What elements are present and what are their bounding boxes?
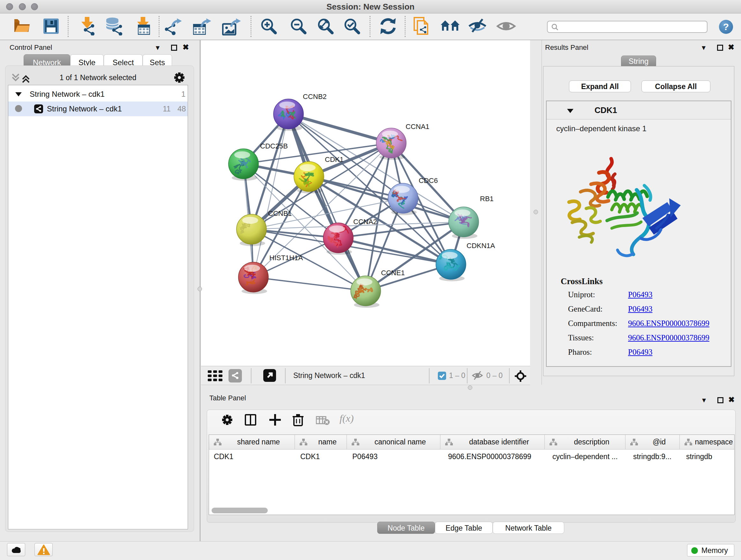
svg-text:CCNA1: CCNA1 [406,123,429,131]
svg-text:CCNB2: CCNB2 [303,92,327,101]
svg-text:CDK1: CDK1 [325,155,344,164]
svg-text:CDC6: CDC6 [419,177,438,185]
svg-text:CDC25B: CDC25B [260,142,288,150]
svg-text:CCNB1: CCNB1 [268,209,292,217]
svg-text:HIST1H1A: HIST1H1A [269,254,303,262]
svg-text:CCNE1: CCNE1 [381,269,405,277]
svg-text:RB1: RB1 [480,195,494,203]
svg-text:CCNA2: CCNA2 [353,218,377,226]
svg-text:CDKN1A: CDKN1A [467,242,495,250]
